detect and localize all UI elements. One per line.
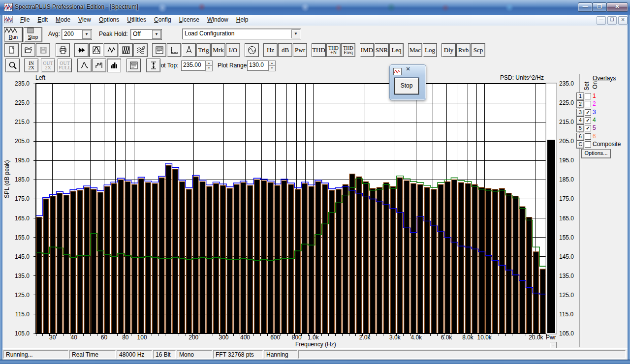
- mdi-close-button[interactable]: ✕: [618, 16, 628, 25]
- mdi-restore-button[interactable]: ❐: [607, 16, 617, 25]
- overlay-checkbox-3[interactable]: ✓: [585, 109, 591, 116]
- menu-item-window[interactable]: Window: [203, 15, 232, 25]
- plot-options-button[interactable]: [126, 59, 141, 72]
- x-tick-label-400: 400: [240, 334, 250, 341]
- minimize-button[interactable]: —: [578, 2, 593, 12]
- mdi-child-icon[interactable]: [4, 16, 13, 24]
- overlay-checkbox-5[interactable]: ✓: [585, 125, 591, 131]
- hz-button[interactable]: Hz: [263, 43, 278, 57]
- macro-button[interactable]: Mac: [408, 43, 422, 57]
- leq-button[interactable]: Leq: [389, 43, 404, 57]
- thd-n-button[interactable]: THD +N: [326, 43, 341, 57]
- display-settings-button[interactable]: [152, 43, 166, 57]
- y-tick-label-left-205.0: 205.0: [10, 138, 30, 145]
- plot-top-spin-down[interactable]: ▼: [205, 65, 213, 71]
- spectrogram-icon: [122, 46, 130, 55]
- process-button[interactable]: [74, 43, 89, 57]
- marker-button[interactable]: Mrk: [211, 43, 225, 57]
- plot-top-field[interactable]: 235.00: [181, 61, 206, 71]
- surface-view-button[interactable]: [133, 43, 148, 57]
- snr-button[interactable]: SNR: [375, 43, 389, 57]
- plot-range-field[interactable]: 130.0: [247, 61, 270, 71]
- open-file-button[interactable]: [21, 43, 35, 57]
- menu-item-config[interactable]: Config: [150, 15, 175, 25]
- plot-range-spinner[interactable]: ▲ ▼: [268, 61, 275, 70]
- time-series-view-button[interactable]: [104, 43, 118, 57]
- overlays-on-label: On: [592, 81, 598, 89]
- menu-item-mode[interactable]: Mode: [52, 15, 74, 25]
- plot-top-spinner[interactable]: ▲ ▼: [205, 61, 212, 70]
- overlay-checkbox-4[interactable]: ✓: [585, 117, 591, 123]
- new-file-button[interactable]: [4, 43, 19, 57]
- window-title: SpectraPLUS Professional Edition - [Spec…: [15, 3, 138, 10]
- reverb-button[interactable]: Rvb: [456, 43, 471, 57]
- pwr-button[interactable]: Pwr: [293, 43, 307, 57]
- overlay-set-button-5[interactable]: 5: [576, 124, 584, 132]
- spectrum-chart[interactable]: [31, 83, 549, 340]
- log-button[interactable]: Log: [423, 43, 437, 57]
- overlay-checkbox-c[interactable]: [585, 141, 591, 148]
- palette-close-icon[interactable]: ✕: [405, 66, 411, 72]
- scope-button[interactable]: Scp: [471, 43, 485, 57]
- zoom-tool-button[interactable]: [5, 59, 20, 72]
- menu-item-edit[interactable]: Edit: [33, 15, 52, 25]
- compass-icon: [185, 46, 193, 55]
- time-series-icon: [107, 46, 116, 55]
- overlay-checkbox-1[interactable]: [585, 93, 591, 99]
- spectrogram-view-button[interactable]: [119, 43, 133, 57]
- overlay-checkbox-2[interactable]: [585, 101, 591, 107]
- menu-item-license[interactable]: License: [175, 15, 203, 25]
- load-configuration-dropdown-arrow[interactable]: ▼: [291, 30, 300, 38]
- power-meter-label: Pwr: [546, 334, 556, 341]
- overlays-options-button[interactable]: Options...: [581, 149, 611, 158]
- plot-range-spin-down[interactable]: ▼: [268, 65, 276, 71]
- line-plot-button[interactable]: [77, 59, 92, 72]
- io-button[interactable]: I/O: [226, 43, 240, 57]
- spectrum-plot-area: Left PSD: Units^2/Hz SPL (dB peak) Frequ…: [2, 73, 628, 348]
- signal-generator-button[interactable]: [245, 43, 259, 57]
- window-border-right: [628, 15, 630, 360]
- delay-button[interactable]: Dly: [441, 43, 456, 57]
- calibration-button[interactable]: [182, 43, 196, 57]
- thd-freq-button[interactable]: THD Freq: [341, 43, 355, 57]
- menu-item-options[interactable]: Options: [95, 15, 123, 25]
- spectrum-view-button[interactable]: [89, 43, 103, 57]
- vertical-range-button[interactable]: [146, 59, 160, 72]
- zoom-out-2x-button[interactable]: OUT 2X: [41, 59, 55, 72]
- menu-item-view[interactable]: View: [74, 15, 95, 25]
- save-button[interactable]: [36, 43, 50, 57]
- bar-plot-button[interactable]: [107, 59, 121, 72]
- avg-combobox[interactable]: 200 ▼: [62, 29, 92, 40]
- status-segment-5: FFT 32768 pts: [213, 350, 263, 359]
- imd-button[interactable]: IMD: [360, 43, 374, 57]
- peak-hold-dropdown-arrow[interactable]: ▼: [152, 30, 161, 39]
- stop-button[interactable]: Stop: [24, 27, 42, 42]
- scaling-button[interactable]: [167, 43, 181, 57]
- palette-stop-button[interactable]: Stop: [394, 78, 419, 94]
- step-plot-button[interactable]: [92, 59, 106, 72]
- menu-item-file[interactable]: File: [16, 15, 33, 25]
- stop-palette-window[interactable]: ✕ Stop: [389, 64, 426, 100]
- thd-button[interactable]: THD: [312, 43, 326, 57]
- run-button[interactable]: Run: [4, 27, 23, 42]
- trigger-button[interactable]: Trig: [196, 43, 211, 57]
- print-button[interactable]: [56, 43, 70, 57]
- power-meter-minimize-button[interactable]: –: [550, 342, 557, 348]
- zoom-in-2x-button[interactable]: IN 2X: [24, 59, 38, 72]
- overlay-set-button-3[interactable]: 3: [576, 109, 584, 117]
- y-tick-label-right-215.0: 215.0: [559, 119, 579, 125]
- menu-item-utilities[interactable]: Utilities: [123, 15, 150, 25]
- maximize-button[interactable]: ❐: [592, 2, 607, 12]
- run-waveform-icon: [4, 28, 17, 33]
- zoom-out-full-button[interactable]: OUT FULL: [58, 59, 72, 72]
- load-configuration-combobox[interactable]: Load Configuration ▼: [182, 29, 301, 39]
- peak-hold-combobox[interactable]: Off ▼: [130, 29, 162, 40]
- ruler-scale-icon: [170, 46, 179, 55]
- mdi-minimize-button[interactable]: —: [597, 16, 606, 25]
- db-button[interactable]: dB: [278, 43, 292, 57]
- overlay-checkbox-6[interactable]: [585, 133, 591, 140]
- avg-dropdown-arrow[interactable]: ▼: [82, 30, 91, 39]
- close-button[interactable]: ✕: [606, 2, 628, 12]
- menu-item-help[interactable]: Help: [232, 15, 252, 25]
- status-segment-2: 48000 Hz: [117, 350, 152, 359]
